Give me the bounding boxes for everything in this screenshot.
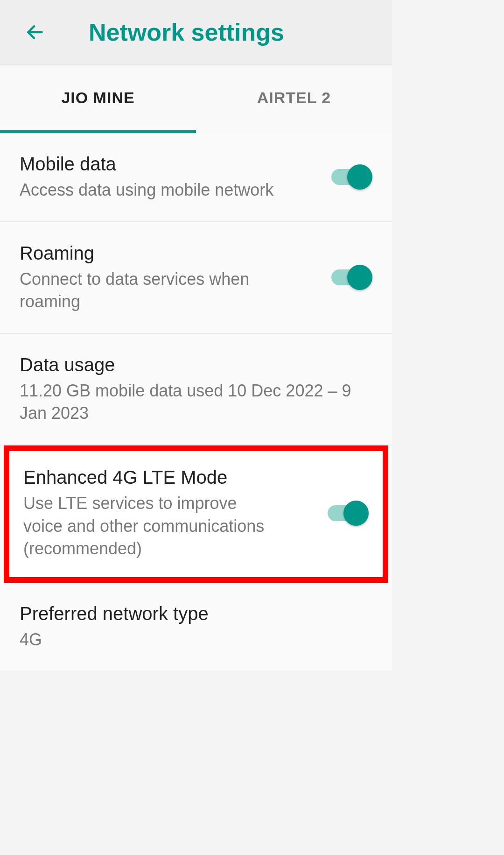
sim-tabs: JIO MINE AIRTEL 2: [0, 65, 392, 133]
toggle-thumb: [347, 265, 372, 290]
preferred-network-subtitle: 4G: [20, 629, 372, 651]
page-title: Network settings: [89, 18, 284, 46]
mobile-data-toggle[interactable]: [331, 164, 372, 190]
mobile-data-title: Mobile data: [20, 153, 317, 175]
row-roaming[interactable]: Roaming Connect to data services when ro…: [0, 222, 392, 334]
tab-jio-mine[interactable]: JIO MINE: [0, 65, 196, 133]
toggle-thumb: [347, 164, 372, 190]
enhanced-lte-subtitle: Use LTE services to improve voice and ot…: [23, 492, 275, 560]
highlight-box: Enhanced 4G LTE Mode Use LTE services to…: [4, 445, 388, 583]
row-mobile-data-text: Mobile data Access data using mobile net…: [20, 153, 317, 202]
back-arrow-icon[interactable]: [23, 21, 47, 44]
enhanced-lte-title: Enhanced 4G LTE Mode: [23, 466, 314, 488]
highlight-container: Enhanced 4G LTE Mode Use LTE services to…: [0, 445, 392, 583]
settings-list: Mobile data Access data using mobile net…: [0, 133, 392, 671]
roaming-toggle[interactable]: [331, 265, 372, 290]
app-header: Network settings: [0, 0, 392, 65]
roaming-subtitle: Connect to data services when roaming: [20, 268, 272, 313]
row-mobile-data[interactable]: Mobile data Access data using mobile net…: [0, 133, 392, 222]
roaming-title: Roaming: [20, 242, 317, 264]
enhanced-lte-toggle[interactable]: [328, 501, 369, 526]
tab-airtel-2[interactable]: AIRTEL 2: [196, 65, 392, 133]
data-usage-title: Data usage: [20, 353, 372, 376]
row-preferred-network[interactable]: Preferred network type 4G: [0, 583, 392, 671]
data-usage-subtitle: 11.20 GB mobile data used 10 Dec 2022 – …: [20, 380, 372, 425]
row-enhanced-lte-text: Enhanced 4G LTE Mode Use LTE services to…: [23, 466, 314, 560]
preferred-network-title: Preferred network type: [20, 602, 372, 625]
mobile-data-subtitle: Access data using mobile network: [20, 179, 317, 202]
row-data-usage[interactable]: Data usage 11.20 GB mobile data used 10 …: [0, 334, 392, 445]
row-roaming-text: Roaming Connect to data services when ro…: [20, 242, 317, 313]
row-preferred-network-text: Preferred network type 4G: [20, 602, 372, 651]
row-data-usage-text: Data usage 11.20 GB mobile data used 10 …: [20, 353, 372, 425]
row-enhanced-lte[interactable]: Enhanced 4G LTE Mode Use LTE services to…: [9, 451, 383, 577]
toggle-thumb: [343, 501, 369, 526]
